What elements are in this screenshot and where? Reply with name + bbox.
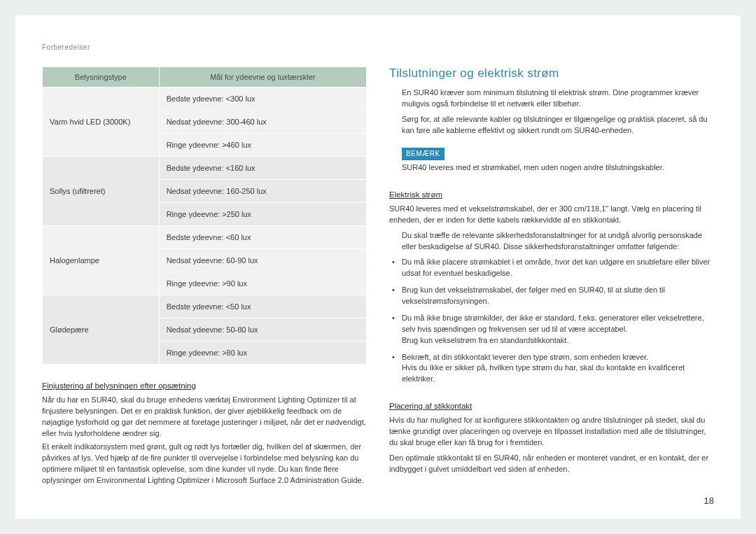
section-title: Tilslutninger og elektrisk strøm — [389, 66, 714, 80]
threshold-cell: Nedsat ydeevne: 300-460 lux — [159, 111, 366, 134]
note-text: SUR40 leveres med et strømkabel, men ude… — [402, 162, 714, 174]
lux-table: Belysningstype Mål for ydeevne og luxtær… — [42, 66, 367, 365]
page-number: 18 — [704, 496, 714, 506]
table-row: GlødepæreBedste ydeevne: <50 lux — [43, 295, 367, 318]
table-header-target: Mål for ydeevne og luxtærskler — [159, 67, 366, 87]
body-text: Når du har en SUR40, skal du bruge enhed… — [42, 395, 367, 486]
bullet-list: Du må ikke placere strømkablet i et områ… — [389, 257, 714, 385]
body-text: Hvis du har mulighed for at konfigurere … — [389, 415, 714, 475]
table-row: HalogenlampeBedste ydeevne: <60 lux — [43, 226, 367, 249]
table-header-type: Belysningstype — [43, 67, 160, 87]
paragraph: Den optimale stikkontakt til en SUR40, n… — [389, 453, 714, 475]
threshold-cell: Bedste ydeevne: <160 lux — [159, 157, 366, 180]
list-item: Brug kun det vekselstrømskabel, der følg… — [402, 285, 714, 307]
left-column: Belysningstype Mål for ydeevne og luxtær… — [42, 66, 367, 489]
breadcrumb: Forberedelser — [42, 43, 714, 51]
list-item: Bekræft, at din stikkontakt leverer den … — [402, 352, 714, 386]
paragraph: Du skal træffe de relevante sikkerhedsfo… — [389, 230, 714, 253]
list-item: Du må ikke placere strømkablet i et områ… — [402, 257, 714, 279]
paragraph: Et enkelt indikatorsystem med grønt, gul… — [42, 442, 367, 486]
paragraph: SUR40 leveres med et vekselstrømskabel, … — [389, 204, 714, 226]
lighting-type-cell: Varm hvid LED (3000K) — [43, 87, 160, 157]
list-item-text: Bekræft, at din stikkontakt leverer den … — [402, 353, 648, 361]
list-item-text: Hvis du ikke er sikker på, hvilken type … — [402, 363, 685, 383]
paragraph: En SUR40 kræver som minimum tilslutning … — [402, 87, 714, 110]
lighting-type-cell: Halogenlampe — [43, 226, 160, 295]
threshold-cell: Nedsat ydeevne: 160-250 lux — [159, 180, 366, 203]
document-page: Forberedelser Belysningstype Mål for yde… — [15, 15, 741, 519]
content-columns: Belysningstype Mål for ydeevne og luxtær… — [42, 66, 714, 489]
note-badge: BEMÆRK — [402, 148, 444, 161]
threshold-cell: Nedsat ydeevne: 60-90 lux — [159, 249, 366, 272]
threshold-cell: Bedste ydeevne: <60 lux — [159, 226, 366, 249]
threshold-cell: Ringe ydeevne: >460 lux — [159, 134, 366, 157]
threshold-cell: Ringe ydeevne: >80 lux — [159, 342, 366, 365]
table-row: Varm hvid LED (3000K)Bedste ydeevne: <30… — [43, 87, 367, 111]
threshold-cell: Ringe ydeevne: >250 lux — [159, 203, 366, 226]
threshold-cell: Bedste ydeevne: <50 lux — [159, 295, 366, 318]
threshold-cell: Bedste ydeevne: <300 lux — [159, 87, 366, 111]
subsection-heading: Finjustering af belysningen efter opsætn… — [42, 381, 367, 390]
lighting-type-cell: Glødepære — [43, 295, 160, 365]
list-item: Du må ikke bruge strømkilder, der ikke e… — [402, 313, 714, 346]
paragraph: Hvis du har mulighed for at konfigurere … — [389, 415, 714, 449]
body-text: SUR40 leveres med et vekselstrømskabel, … — [389, 204, 714, 385]
threshold-cell: Ringe ydeevne: >90 lux — [159, 272, 366, 295]
subsection-heading: Placering af stikkontakt — [389, 402, 714, 410]
table-row: Sollys (ufiltreret)Bedste ydeevne: <160 … — [43, 157, 367, 180]
threshold-cell: Nedsat ydeevne: 50-80 lux — [159, 318, 366, 342]
section-intro: En SUR40 kræver som minimum tilslutning … — [389, 87, 714, 174]
lighting-type-cell: Sollys (ufiltreret) — [43, 157, 160, 226]
subsection-heading: Elektrisk strøm — [389, 190, 714, 199]
paragraph: Sørg for, at alle relevante kabler og ti… — [402, 114, 714, 136]
list-item-text: Brug kun vekselstrøm fra en standardstik… — [402, 336, 568, 344]
right-column: Tilslutninger og elektrisk strøm En SUR4… — [389, 66, 714, 489]
paragraph: Når du har en SUR40, skal du bruge enhed… — [42, 395, 367, 440]
list-item-text: Du må ikke bruge strømkilder, der ikke e… — [402, 314, 704, 333]
